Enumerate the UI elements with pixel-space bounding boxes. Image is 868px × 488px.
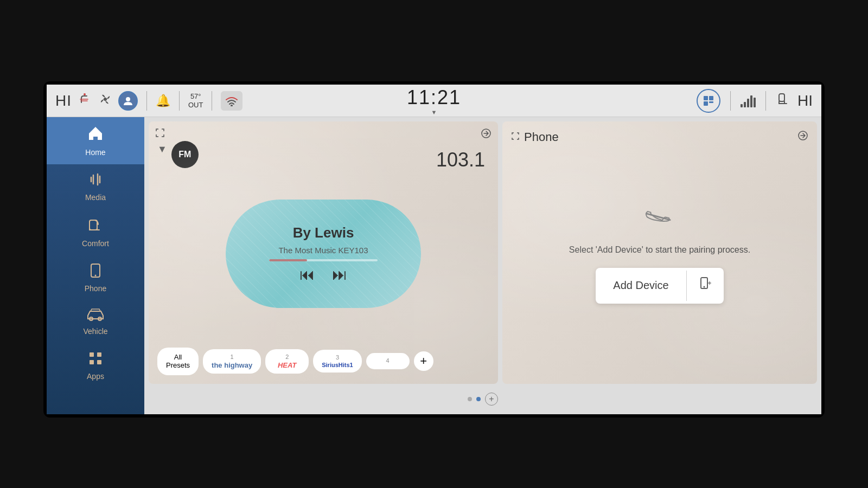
sidebar-apps-label: Apps <box>87 372 104 381</box>
add-page-button[interactable]: + <box>485 393 498 406</box>
clock: 11:21 <box>407 86 461 109</box>
preset-1-num: 1 <box>231 354 234 360</box>
band-label: FM <box>178 150 191 159</box>
sidebar-phone-label: Phone <box>85 284 106 293</box>
svg-rect-16 <box>90 360 94 364</box>
phone-widget-header: Phone <box>511 130 559 144</box>
profile-button[interactable] <box>118 91 138 111</box>
expand-phone-button[interactable] <box>511 132 520 143</box>
clock-sub: ▼ <box>431 109 437 115</box>
preset-3-num: 3 <box>336 354 339 361</box>
preset-2-num: 2 <box>285 354 289 360</box>
right-greeting: HI <box>797 92 813 110</box>
bell-icon[interactable]: 🔔 <box>156 94 170 108</box>
vehicle-icon <box>87 308 104 325</box>
volume-indicator <box>741 94 756 107</box>
wifi-button[interactable] <box>221 91 242 111</box>
phone-disconnected-icon <box>639 197 681 241</box>
svg-point-21 <box>703 286 705 287</box>
sidebar-item-phone[interactable]: Phone <box>47 255 144 300</box>
pairing-instruction-text: Select 'Add Device' to start the pairing… <box>569 245 750 255</box>
svg-point-3 <box>231 105 233 106</box>
divider-1 <box>146 91 147 111</box>
divider-right-2 <box>765 91 766 111</box>
prev-button[interactable]: ⏮ <box>299 266 315 284</box>
band-dropdown-arrow[interactable]: ▼ <box>157 144 167 155</box>
preset-4-button[interactable]: 4 <box>366 353 410 369</box>
temp-label: OUT <box>188 101 203 110</box>
media-icon <box>88 172 103 191</box>
all-presets-button[interactable]: All Presets <box>157 348 199 375</box>
svg-point-11 <box>95 275 97 277</box>
preset-2-logo: HEAT <box>278 361 296 369</box>
add-preset-button[interactable]: + <box>414 351 433 371</box>
top-bar-left: HI <box>55 91 303 111</box>
svg-rect-4 <box>704 96 708 100</box>
temperature-display: 57° OUT <box>188 92 203 109</box>
left-greeting: HI <box>55 92 72 110</box>
album-art: By Lewis The Most Music KEY103 ⏮ ⏭ <box>157 167 489 341</box>
comfort-icon <box>87 217 104 237</box>
preset-4-num: 4 <box>386 357 390 364</box>
widgets-row: ▼ FM 103.1 By Lewis <box>149 121 817 384</box>
widget-area: ▼ FM 103.1 By Lewis <box>144 117 821 414</box>
apps-icon <box>88 351 103 370</box>
screen: HI <box>47 85 821 414</box>
divider-3 <box>212 91 212 111</box>
next-button[interactable]: ⏭ <box>332 266 347 284</box>
svg-rect-15 <box>97 352 101 357</box>
add-device-button[interactable]: Add Device <box>596 268 723 304</box>
top-bar-right: HI <box>565 89 813 113</box>
sidebar-item-vehicle[interactable]: Vehicle <box>47 300 144 343</box>
presets-sublabel: Presets <box>166 361 190 370</box>
phone-widget-title: Phone <box>524 130 559 144</box>
home-icon <box>87 125 104 146</box>
temp-value: 57° <box>190 92 201 101</box>
expand-media-button[interactable] <box>155 128 165 140</box>
sidebar-media-label: Media <box>85 193 106 202</box>
seat-heat-icon[interactable] <box>77 92 92 110</box>
svg-rect-6 <box>704 101 708 106</box>
sidebar-comfort-label: Comfort <box>82 239 109 248</box>
preset-1-logo: the highway <box>212 361 252 369</box>
screen-bezel: HI <box>43 81 825 418</box>
sidebar-vehicle-label: Vehicle <box>83 327 107 336</box>
sidebar-home-label: Home <box>85 148 105 157</box>
phone-widget: Phone <box>502 121 817 384</box>
fan-icon[interactable] <box>98 92 113 110</box>
pagination-bar: + <box>149 388 817 410</box>
divider-2 <box>179 91 180 111</box>
song-station: The Most Music KEY103 <box>278 246 368 255</box>
sidebar-item-comfort[interactable]: Comfort <box>47 209 144 255</box>
grid-button[interactable] <box>697 89 720 113</box>
svg-point-1 <box>104 98 107 101</box>
playback-progress[interactable] <box>269 259 378 261</box>
seat-right-icon[interactable] <box>776 92 791 110</box>
page-dot-2[interactable] <box>476 397 481 401</box>
fm-badge: FM <box>171 141 199 168</box>
frequency-display: 103.1 <box>436 149 485 171</box>
presets-bar: All Presets 1 the highway 2 HEAT <box>157 341 489 375</box>
svg-rect-9 <box>90 220 97 230</box>
sidebar-item-home[interactable]: Home <box>47 117 144 164</box>
page-dot-1[interactable] <box>468 397 472 401</box>
add-device-icon <box>687 268 724 304</box>
all-presets-label: All <box>174 353 182 362</box>
phone-nav-icon <box>90 263 101 282</box>
sidebar-item-media[interactable]: Media <box>47 164 144 209</box>
playback-controls: ⏮ ⏭ <box>299 266 347 284</box>
svg-point-2 <box>126 97 130 101</box>
sidebar-item-apps[interactable]: Apps <box>47 343 144 388</box>
add-device-label: Add Device <box>596 271 686 300</box>
svg-rect-7 <box>709 101 713 103</box>
phone-more-button[interactable] <box>797 130 808 144</box>
album-pill: By Lewis The Most Music KEY103 ⏮ ⏭ <box>226 200 421 308</box>
preset-1-button[interactable]: 1 the highway <box>203 349 261 374</box>
sidebar: Home Media <box>47 117 144 414</box>
media-more-button[interactable] <box>481 128 492 142</box>
preset-2-button[interactable]: 2 HEAT <box>265 349 309 374</box>
preset-3-button[interactable]: 3 SiriusHits1 <box>313 350 361 373</box>
clock-area: 11:21 ▼ <box>310 86 558 115</box>
svg-rect-8 <box>779 94 784 101</box>
media-widget: ▼ FM 103.1 By Lewis <box>149 121 498 384</box>
